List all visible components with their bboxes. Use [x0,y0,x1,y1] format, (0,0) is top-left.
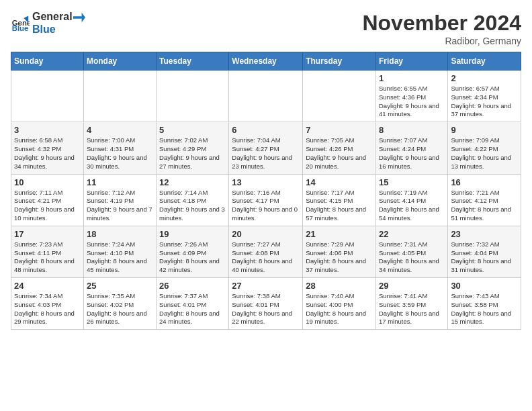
weekday-header-sunday: Sunday [11,52,84,71]
day-cell: 29Sunrise: 7:41 AM Sunset: 3:59 PM Dayli… [375,278,447,330]
day-number: 27 [232,281,300,291]
day-number: 22 [379,229,445,239]
day-info: Sunrise: 7:19 AM Sunset: 4:14 PM Dayligh… [379,189,445,223]
day-cell: 7Sunrise: 7:05 AM Sunset: 4:26 PM Daylig… [303,122,376,174]
day-info: Sunrise: 7:34 AM Sunset: 4:03 PM Dayligh… [14,292,81,326]
day-cell: 20Sunrise: 7:27 AM Sunset: 4:08 PM Dayli… [229,226,303,277]
day-cell: 24Sunrise: 7:34 AM Sunset: 4:03 PM Dayli… [11,278,84,330]
day-info: Sunrise: 7:31 AM Sunset: 4:05 PM Dayligh… [379,240,445,275]
day-info: Sunrise: 7:29 AM Sunset: 4:06 PM Dayligh… [306,240,373,275]
day-cell: 6Sunrise: 7:04 AM Sunset: 4:27 PM Daylig… [229,122,303,174]
day-number: 5 [159,125,226,135]
day-info: Sunrise: 6:55 AM Sunset: 4:36 PM Dayligh… [379,85,445,119]
day-info: Sunrise: 7:04 AM Sunset: 4:27 PM Dayligh… [232,136,300,171]
day-number: 26 [159,281,226,291]
svg-marker-3 [73,13,85,22]
day-info: Sunrise: 7:26 AM Sunset: 4:09 PM Dayligh… [159,240,226,275]
week-row-1: 1Sunrise: 6:55 AM Sunset: 4:36 PM Daylig… [11,71,521,122]
day-number: 28 [306,281,373,291]
day-info: Sunrise: 7:32 AM Sunset: 4:04 PM Dayligh… [451,240,518,275]
day-info: Sunrise: 7:43 AM Sunset: 3:58 PM Dayligh… [451,292,518,326]
day-info: Sunrise: 7:41 AM Sunset: 3:59 PM Dayligh… [379,292,445,326]
day-cell: 17Sunrise: 7:23 AM Sunset: 4:11 PM Dayli… [11,226,84,277]
calendar: SundayMondayTuesdayWednesdayThursdayFrid… [11,52,521,330]
day-cell [157,71,229,122]
day-number: 2 [451,73,518,83]
day-number: 29 [379,281,445,291]
day-cell: 11Sunrise: 7:12 AM Sunset: 4:19 PM Dayli… [83,174,156,226]
day-info: Sunrise: 7:35 AM Sunset: 4:02 PM Dayligh… [87,292,153,326]
week-row-2: 3Sunrise: 6:58 AM Sunset: 4:32 PM Daylig… [11,122,521,174]
day-info: Sunrise: 7:38 AM Sunset: 4:01 PM Dayligh… [232,292,300,326]
day-info: Sunrise: 6:57 AM Sunset: 4:34 PM Dayligh… [451,85,518,119]
week-row-3: 10Sunrise: 7:11 AM Sunset: 4:21 PM Dayli… [11,174,521,226]
day-cell: 21Sunrise: 7:29 AM Sunset: 4:06 PM Dayli… [303,226,376,277]
day-number: 19 [159,229,226,239]
day-number: 25 [87,281,153,291]
svg-text:Blue: Blue [12,24,29,32]
day-number: 14 [306,177,373,187]
day-info: Sunrise: 7:14 AM Sunset: 4:18 PM Dayligh… [159,189,226,223]
title-area: November 2024 Radibor, Germany [362,11,521,46]
day-number: 17 [14,229,81,239]
day-cell: 8Sunrise: 7:07 AM Sunset: 4:24 PM Daylig… [375,122,447,174]
weekday-header-wednesday: Wednesday [229,52,303,71]
week-row-4: 17Sunrise: 7:23 AM Sunset: 4:11 PM Dayli… [11,226,521,277]
day-cell: 26Sunrise: 7:37 AM Sunset: 4:01 PM Dayli… [157,278,229,330]
weekday-header-row: SundayMondayTuesdayWednesdayThursdayFrid… [11,52,521,71]
day-info: Sunrise: 7:02 AM Sunset: 4:29 PM Dayligh… [159,136,226,171]
day-number: 13 [232,177,300,187]
day-cell: 30Sunrise: 7:43 AM Sunset: 3:58 PM Dayli… [448,278,521,330]
day-cell: 27Sunrise: 7:38 AM Sunset: 4:01 PM Dayli… [229,278,303,330]
day-number: 9 [451,125,518,135]
day-info: Sunrise: 7:21 AM Sunset: 4:12 PM Dayligh… [451,189,518,223]
day-cell: 25Sunrise: 7:35 AM Sunset: 4:02 PM Dayli… [83,278,156,330]
day-number: 4 [87,125,153,135]
day-cell: 15Sunrise: 7:19 AM Sunset: 4:14 PM Dayli… [375,174,447,226]
day-number: 30 [451,281,518,291]
day-info: Sunrise: 7:27 AM Sunset: 4:08 PM Dayligh… [232,240,300,275]
day-info: Sunrise: 7:11 AM Sunset: 4:21 PM Dayligh… [14,189,81,223]
day-cell: 3Sunrise: 6:58 AM Sunset: 4:32 PM Daylig… [11,122,84,174]
weekday-header-saturday: Saturday [448,52,521,71]
day-info: Sunrise: 6:58 AM Sunset: 4:32 PM Dayligh… [14,136,81,171]
day-cell: 23Sunrise: 7:32 AM Sunset: 4:04 PM Dayli… [448,226,521,277]
day-number: 7 [306,125,373,135]
day-info: Sunrise: 7:05 AM Sunset: 4:26 PM Dayligh… [306,136,373,171]
day-info: Sunrise: 7:09 AM Sunset: 4:22 PM Dayligh… [451,136,518,171]
month-title: November 2024 [362,11,521,36]
day-number: 1 [379,73,445,83]
day-cell: 16Sunrise: 7:21 AM Sunset: 4:12 PM Dayli… [448,174,521,226]
day-info: Sunrise: 7:07 AM Sunset: 4:24 PM Dayligh… [379,136,445,171]
weekday-header-thursday: Thursday [303,52,376,71]
logo-text: General Blue [32,11,86,35]
day-info: Sunrise: 7:23 AM Sunset: 4:11 PM Dayligh… [14,240,81,275]
day-cell: 28Sunrise: 7:40 AM Sunset: 4:00 PM Dayli… [303,278,376,330]
day-number: 10 [14,177,81,187]
location-title: Radibor, Germany [362,36,521,46]
day-number: 8 [379,125,445,135]
day-number: 24 [14,281,81,291]
day-cell [303,71,376,122]
day-cell: 12Sunrise: 7:14 AM Sunset: 4:18 PM Dayli… [157,174,229,226]
day-info: Sunrise: 7:12 AM Sunset: 4:19 PM Dayligh… [87,189,153,223]
logo-icon: General Blue [11,13,30,32]
day-cell: 19Sunrise: 7:26 AM Sunset: 4:09 PM Dayli… [157,226,229,277]
week-row-5: 24Sunrise: 7:34 AM Sunset: 4:03 PM Dayli… [11,278,521,330]
day-cell: 4Sunrise: 7:00 AM Sunset: 4:31 PM Daylig… [83,122,156,174]
day-info: Sunrise: 7:37 AM Sunset: 4:01 PM Dayligh… [159,292,226,326]
header: General Blue General Blue November 2024 … [11,11,521,46]
day-info: Sunrise: 7:16 AM Sunset: 4:17 PM Dayligh… [232,189,300,223]
day-number: 18 [87,229,153,239]
day-cell [229,71,303,122]
day-cell: 2Sunrise: 6:57 AM Sunset: 4:34 PM Daylig… [448,71,521,122]
weekday-header-monday: Monday [83,52,156,71]
day-number: 21 [306,229,373,239]
day-cell: 10Sunrise: 7:11 AM Sunset: 4:21 PM Dayli… [11,174,84,226]
day-number: 23 [451,229,518,239]
day-info: Sunrise: 7:17 AM Sunset: 4:15 PM Dayligh… [306,189,373,223]
day-cell: 5Sunrise: 7:02 AM Sunset: 4:29 PM Daylig… [157,122,229,174]
weekday-header-tuesday: Tuesday [157,52,229,71]
day-cell: 22Sunrise: 7:31 AM Sunset: 4:05 PM Dayli… [375,226,447,277]
day-number: 16 [451,177,518,187]
